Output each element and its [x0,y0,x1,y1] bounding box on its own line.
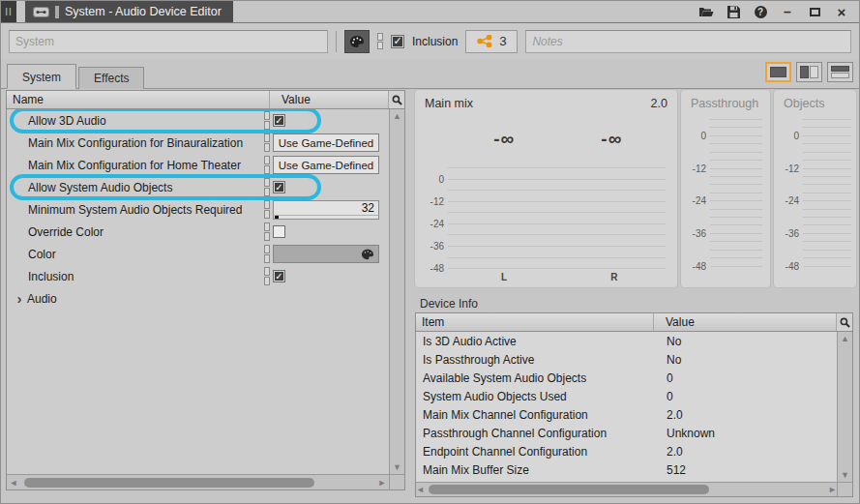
meter-scale-label: -12 [687,163,706,173]
checkbox[interactable]: ✓ [273,270,285,282]
property-row[interactable]: Override Color [7,221,389,243]
color-palette-button[interactable] [344,30,370,53]
meter-gridline [803,209,851,210]
passthrough-scale: 0-12-24-36-48 [687,119,764,274]
device-info-item: Is 3D Audio Active [416,335,654,348]
property-value-cell: ✓ [273,111,379,131]
scroll-down-icon[interactable]: ▼ [841,470,849,480]
device-info-row[interactable]: Available System Audio Objects0 [416,369,837,387]
property-row[interactable]: Minimum System Audio Objects Required [7,198,389,221]
meter-gridline [803,143,851,144]
document-tab[interactable]: System - Audio Device Editor [25,1,233,22]
scroll-left-icon[interactable]: ◄ [7,478,20,488]
objects-scale: 0-12-24-36-48 [780,119,853,274]
tab-effects[interactable]: Effects [78,67,144,89]
maximize-button[interactable] [807,4,822,19]
column-name-header[interactable]: Name [7,91,270,108]
link-indicator[interactable] [264,267,270,285]
device-info-row[interactable]: Is 3D Audio ActiveNo [416,332,837,350]
tab-system[interactable]: System [7,64,76,89]
property-row[interactable]: Allow 3D Audio✓ [7,109,389,132]
object-name-input[interactable] [9,30,328,53]
device-info-row[interactable]: Passthrough Channel ConfigurationUnknown [416,424,837,442]
scrollbar-thumb[interactable] [24,478,314,488]
property-row[interactable]: Main Mix Configuration for Home TheaterU… [7,154,389,176]
minimize-button[interactable]: – [780,4,795,19]
device-info-row[interactable]: System Audio Objects Used0 [416,387,837,405]
scroll-down-icon[interactable]: ▼ [391,462,404,472]
link-indicator[interactable] [264,245,270,263]
property-row[interactable]: Allow System Audio Objects✓ [7,176,389,198]
device-info-item: Is Passthrough Active [416,353,654,367]
device-info-row[interactable]: Main Mix Channel Configuration2.0 [416,405,837,424]
color-swatch[interactable] [273,245,379,263]
enum-button[interactable]: Use Game-Defined [273,133,379,152]
link-indicator[interactable] [264,222,270,241]
device-info-row[interactable]: Endpoint Channel Configuration2.0 [416,442,837,460]
meter-gridline [448,212,666,213]
view-single-pane-button[interactable] [765,62,791,82]
link-indicator[interactable] [264,133,270,152]
device-info-value: No [654,335,681,348]
scroll-left-icon[interactable]: ◄ [416,485,425,494]
scroll-right-icon[interactable]: ► [828,485,837,494]
meter-gridline [710,193,762,193]
inclusion-checkbox[interactable]: ✓ [391,35,404,48]
meter-gridline [803,184,851,185]
device-info-row[interactable]: Is Passthrough ActiveNo [416,350,837,369]
link-indicator[interactable] [264,156,270,174]
scroll-right-icon[interactable]: ► [375,478,389,488]
column-value-header[interactable]: Value [654,315,836,329]
meter-gridline [710,217,762,218]
link-indicator[interactable] [264,200,270,219]
main-mix-scale: 0-12-24-36-48 [423,167,667,274]
scroll-up-icon[interactable]: ▲ [841,334,849,343]
number-input[interactable] [273,200,379,215]
view-horizontal-split-button[interactable] [827,62,853,82]
property-row[interactable]: Main Mix Configuration for Binauralizati… [7,132,389,154]
properties-horizontal-scrollbar[interactable]: ◄ ► [7,474,389,489]
link-indicator[interactable] [264,178,270,196]
meter-gridline [710,176,762,177]
scroll-up-icon[interactable]: ▲ [391,111,404,121]
save-icon[interactable] [726,4,741,19]
share-count: 3 [499,34,506,48]
link-indicator[interactable] [264,111,270,130]
checkbox[interactable]: ✓ [273,181,285,193]
meter-gridline [448,268,666,269]
close-button[interactable]: × [834,4,849,19]
meter-gridline [448,257,666,258]
scrollbar-thumb[interactable] [429,485,709,494]
meter-gridline [710,184,762,185]
device-info-row[interactable]: Main Mix Buffer Size512 [416,460,837,479]
properties-vertical-scrollbar[interactable]: ▲ ▼ [389,109,404,474]
dock-handle[interactable]: II [1,1,16,22]
device-info-value: 0 [654,390,673,403]
device-info-body: Is 3D Audio ActiveNoIs Passthrough Activ… [416,332,837,482]
help-icon[interactable]: ? [753,4,768,19]
search-icon[interactable] [836,313,852,331]
property-row[interactable]: Color [7,243,389,265]
meter-scale-label: -24 [687,195,706,206]
link-indicator[interactable] [377,33,383,49]
checkbox[interactable] [273,225,285,238]
meter-gridline [803,193,851,193]
meter-gridline [710,135,762,136]
column-value-header[interactable]: Value [270,93,388,106]
column-item-header[interactable]: Item [416,313,654,331]
palette-icon [361,249,374,260]
sharesets-button[interactable]: 3 [465,30,518,53]
device-info-vertical-scrollbar[interactable]: ▲ ▼ [837,332,852,482]
number-slider[interactable] [273,215,379,220]
enum-button[interactable]: Use Game-Defined [273,156,379,174]
checkbox[interactable]: ✓ [273,114,285,127]
property-row[interactable]: ›Audio [7,287,389,310]
open-folder-icon[interactable] [698,4,714,19]
notes-input[interactable] [525,30,851,53]
view-vertical-split-button[interactable] [796,62,822,82]
device-info-horizontal-scrollbar[interactable]: ◄ ► [416,482,837,496]
search-icon[interactable] [388,91,404,108]
property-row[interactable]: Inclusion✓ [7,265,389,287]
expander-icon[interactable]: › [12,291,27,306]
property-value-cell: ✓ [273,178,379,197]
